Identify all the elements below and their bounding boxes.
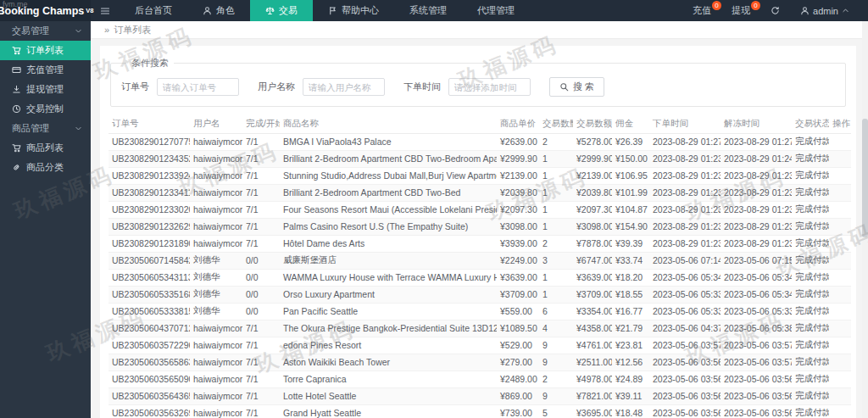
cell-解冻时间: 2023-08-29 01:23:34 [721,201,792,218]
cell-商品单价: ¥739.00 [497,404,539,418]
cell-下单时间: 2023-08-29 01:23:34 [649,184,721,201]
cell-佣金: ¥39.39 [612,235,649,252]
cell-交易状态: 完成付款 [792,167,829,184]
sidebar-item-交易控制[interactable]: 交易控制 [0,99,91,119]
sidebar-group-商品管理[interactable]: 商品管理 [0,119,91,138]
cell-解冻时间: 2023-05-06 05:38:21 [721,320,792,337]
cell-交易数额: ¥2097.30 [573,201,612,218]
cell-完成/开始: 7/1 [242,371,280,387]
cell-佣金: ¥12.56 [612,354,649,371]
cell-完成/开始: 7/1 [242,218,280,235]
cell-完成/开始: 7/1 [242,320,280,337]
topnav-label: 角色 [216,4,235,17]
search-button-label: 搜 索 [573,81,594,93]
cell-交易数量: 6 [539,303,573,320]
cell-商品单价: ¥2999.90 [497,150,539,167]
sidebar-toggle-hamburger-icon[interactable] [91,0,120,21]
topnav-item-系统管理[interactable]: 系统管理 [394,0,462,21]
chevron-down-icon [75,27,82,35]
sidebar-group-交易管理[interactable]: 交易管理 [0,21,91,41]
cell-佣金: ¥23.81 [612,337,649,354]
column-header-完成/开始: 完成/开始 [242,115,280,133]
cell-下单时间: 2023-08-29 01:23:26 [649,218,721,235]
cell-商品单价: ¥2097.30 [497,201,539,218]
topnav-item-帮助中心[interactable]: 帮助中心 [313,0,394,21]
cell-交易状态: 完成付款 [792,218,829,235]
cell-解冻时间: 2023-05-06 05:34:20 [721,286,792,303]
cell-完成/开始: 7/1 [242,337,280,354]
sidebar-item-提现管理[interactable]: 提现管理 [0,80,91,99]
cell-下单时间: 2023-05-06 07:14:58 [649,252,721,269]
cell-操作 [829,337,851,354]
cell-订单号: UB2305060356436524 [108,387,190,404]
scale-icon [265,6,275,15]
chevron-down-icon [75,125,82,132]
cell-解冻时间: 2023-05-06 03:57:03 [721,354,792,371]
user-icon [203,6,212,15]
table-row: UB2308290123435205haiwaiymcom7/1Brillian… [108,150,851,167]
cell-解冻时间: 2023-08-29 01:24:15 [721,150,792,167]
cell-佣金: ¥154.90 [612,218,649,235]
cell-商品单价: ¥1089.50 [497,320,539,337]
cell-用户名: haiwaiymcom [190,371,242,387]
cell-佣金: ¥21.79 [612,320,649,337]
admin-username: admin [813,6,838,16]
cell-商品单价: ¥3709.00 [497,286,539,303]
cell-交易数额: ¥4761.00 [573,337,612,354]
cell-交易状态: 完成付款 [792,320,829,337]
table-row: UB2305060356586301haiwaiymcom7/1Aston Wa… [108,354,851,371]
table-row: UB2305060437071221haiwaiymcom7/1The Okur… [108,320,851,337]
cell-交易数额: ¥4978.00 [573,371,612,387]
flag-icon [328,6,337,15]
cell-解冻时间: 2023-08-29 01:23:43 [721,167,792,184]
topbar-提现-button[interactable]: 提现0 [721,0,760,21]
cell-下单时间: 2023-05-06 05:34:31 [649,269,721,286]
topnav-item-角色[interactable]: 角色 [187,0,250,21]
search-legend: 条件搜索 [126,57,174,70]
sidebar-item-订单列表[interactable]: 订单列表 [0,41,91,60]
topbar-充值-button[interactable]: 充值0 [682,0,721,21]
sidebar-item-充值管理[interactable]: 充值管理 [0,60,91,80]
cart-icon [12,46,21,55]
cell-完成/开始: 0/0 [242,286,280,303]
cell-操作 [829,133,851,150]
cell-佣金: ¥24.89 [612,371,649,387]
cell-订单号: UB2305060533381597 [108,303,190,320]
cell-商品名称: WAMMA Luxury House with Terrace WAMMA Lu… [280,269,497,286]
cell-商品名称: Orso Luxury Apartment [280,286,497,303]
vertical-scrollbar-thumb[interactable] [862,119,868,237]
cell-佣金: ¥33.74 [612,252,649,269]
cell-佣金: ¥104.87 [612,201,649,218]
refresh-button[interactable] [760,0,790,21]
table-row: UB2305060356436524haiwaiymcom7/1Lotte Ho… [108,387,851,404]
search-button[interactable]: 搜 索 [549,77,604,97]
admin-user-menu[interactable]: admin [790,0,860,21]
vertical-scrollbar-track [862,21,868,418]
cell-完成/开始: 7/1 [242,387,280,404]
orders-table-header: 订单号用户名完成/开始商品名称商品单价交易数量交易数额佣金下单时间解冻时间交易状… [108,115,851,133]
topnav-item-交易[interactable]: 交易 [250,0,313,21]
cell-用户名: haiwaiymcom [190,235,242,252]
search-input-2[interactable] [448,78,531,96]
cell-交易数额: ¥5278.00 [573,133,612,150]
column-header-解冻时间: 解冻时间 [721,115,792,133]
sidebar-item-商品列表[interactable]: 商品列表 [0,138,91,158]
cell-下单时间: 2023-05-06 03:56:32 [649,404,721,418]
breadcrumb-label: 订单列表 [114,24,151,36]
cell-操作 [829,184,851,201]
cell-交易数额: ¥2039.80 [573,184,612,201]
cell-商品单价: ¥3098.00 [497,218,539,235]
search-field-label: 用户名称 [258,81,295,93]
cell-商品名称: Pan Pacific Seattle [280,303,497,320]
cell-商品单价: ¥279.00 [497,354,539,371]
search-input-1[interactable] [303,78,385,96]
cell-下单时间: 2023-08-29 01:23:18 [649,235,721,252]
topnav-item-代理管理[interactable]: 代理管理 [462,0,530,21]
cell-订单号: UB2305060356509049 [108,371,190,387]
search-input-0[interactable] [157,78,239,96]
cell-商品单价: ¥3639.00 [497,269,539,286]
cell-交易状态: 完成付款 [792,354,829,371]
sidebar-item-商品分类[interactable]: 商品分类 [0,158,91,177]
cell-商品单价: ¥2139.00 [497,167,539,184]
topnav-item-后台首页[interactable]: 后台首页 [120,0,187,21]
